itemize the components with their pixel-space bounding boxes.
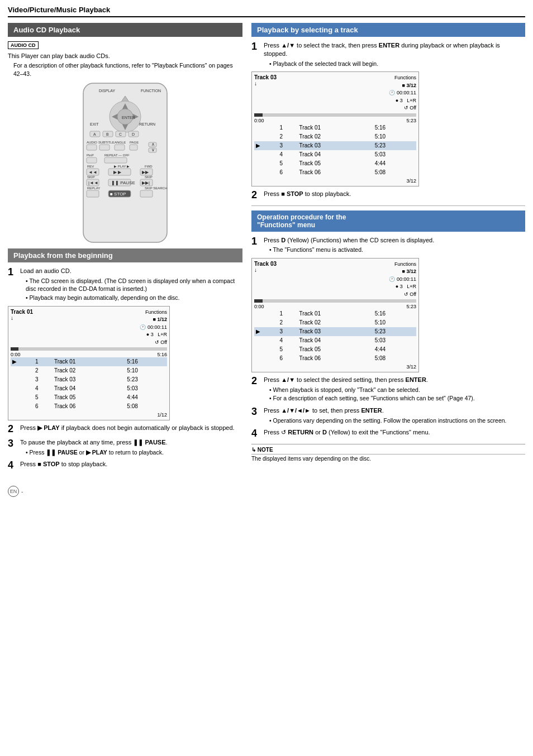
op-step-2-sub-1: For a description of each setting, see "… xyxy=(264,394,525,403)
op-step-2-main: Press ▲/▼ to select the desired setting,… xyxy=(264,376,525,384)
svg-text:REPLAY: REPLAY xyxy=(87,186,100,190)
op-step-3-text: Press ▲/▼/◄/► to set, then press ENTER. … xyxy=(264,406,525,425)
svg-text:▶▶|: ▶▶| xyxy=(142,180,150,185)
table-row: 5 Track 05 4:44 xyxy=(254,159,416,168)
step-1-num: 1 xyxy=(8,267,20,278)
cd-screen-1-page: 1/12 xyxy=(11,412,167,418)
note-label: ↳ NOTE xyxy=(251,447,273,453)
op-step-1-num: 1 xyxy=(251,236,264,247)
svg-text:■ STOP: ■ STOP xyxy=(110,192,126,197)
step-1-row: 1 Load an audio CD. The CD screen is dis… xyxy=(8,267,242,302)
cd-track-list-2: 1 Track 01 5:16 2 Track 02 5:10 ▶ 3 Trac… xyxy=(254,123,416,177)
cd-screen-1-progress-bar xyxy=(11,347,167,351)
cd-screen-2-functions: Functions ■ 3/12 🕐 00:00:11 ● 3 L+R ↺ Of… xyxy=(389,74,416,112)
step-2-row: 2 Press ▶ PLAY if playback does not begi… xyxy=(8,424,242,435)
table-row: 4 Track 04 5:03 xyxy=(254,150,416,159)
svg-text:C: C xyxy=(119,132,122,136)
svg-text:❚❚ PAUSE: ❚❚ PAUSE xyxy=(111,180,135,185)
svg-text:FWD: FWD xyxy=(145,165,153,168)
svg-text:PAGE: PAGE xyxy=(130,141,139,144)
op-procedure-header: Operation procedure for the"Functions" m… xyxy=(251,210,525,232)
table-row: 2 Track 02 5:10 xyxy=(254,318,416,327)
svg-text:PinP: PinP xyxy=(87,154,94,157)
audio-cd-badge: AUDIO CD xyxy=(8,41,39,49)
step-3-main: To pause the playback at any time, press… xyxy=(20,438,242,447)
right-step-2-num: 2 xyxy=(251,190,264,201)
cd-track-list-1: ▶ 1 Track 01 5:16 2 Track 02 5:10 3 xyxy=(11,357,167,411)
cd-screen-2-progress-bar xyxy=(254,113,416,117)
svg-text:ENTER: ENTER xyxy=(122,116,135,119)
cd-track-list-3: 1 Track 01 5:16 2 Track 02 5:10 ▶ 3 Trac… xyxy=(254,309,416,363)
table-row: 2 Track 02 5:10 xyxy=(254,132,416,141)
step-2-num: 2 xyxy=(8,424,20,435)
right-step-1-main: Press ▲/▼ to select the track, then pres… xyxy=(264,41,525,59)
svg-text:SKIP: SKIP xyxy=(87,175,95,179)
step-4-num: 4 xyxy=(8,460,20,471)
op-step-4-num: 4 xyxy=(251,428,264,439)
right-step-1-text: Press ▲/▼ to select the track, then pres… xyxy=(264,41,525,68)
svg-text:∨: ∨ xyxy=(151,147,155,152)
right-step-2-text: Press ■ STOP to stop playback. xyxy=(264,190,525,199)
note-text: The displayed items vary depending on th… xyxy=(251,456,525,462)
step-3-num: 3 xyxy=(8,438,20,449)
right-column: Playback by selecting a track 1 Press ▲/… xyxy=(251,23,525,475)
op-step-4-text: Press ↺ RETURN or D (Yellow) to exit the… xyxy=(264,428,525,438)
svg-text:SKIP SEARCH: SKIP SEARCH xyxy=(145,186,167,190)
step-3-row: 3 To pause the playback at any time, pre… xyxy=(8,438,242,457)
svg-text:AUDIO: AUDIO xyxy=(87,141,97,144)
op-step-1-main: Press D (Yellow) (Functions) when the CD… xyxy=(264,236,525,245)
svg-rect-28 xyxy=(130,145,137,150)
right-step-1-row: 1 Press ▲/▼ to select the track, then pr… xyxy=(251,41,525,68)
op-step-4-main: Press ↺ RETURN or D (Yellow) to exit the… xyxy=(264,428,525,437)
svg-rect-25 xyxy=(87,145,97,150)
step-2-main: Press ▶ PLAY if playback does not begin … xyxy=(20,424,242,432)
right-step-2-row: 2 Press ■ STOP to stop playback. xyxy=(251,190,525,201)
remote-image: DISPLAY FUNCTION ENTER EXIT xyxy=(8,82,242,244)
op-step-2-text: Press ▲/▼ to select the desired setting,… xyxy=(264,376,525,403)
table-row: ▶ 3 Track 03 5:23 xyxy=(254,141,416,150)
svg-text:DISPLAY: DISPLAY xyxy=(99,89,115,93)
svg-text:SKIP: SKIP xyxy=(145,175,153,179)
right-step-2-main: Press ■ STOP to stop playback. xyxy=(264,190,525,198)
svg-rect-36 xyxy=(104,157,127,163)
table-row: 1 Track 01 5:16 xyxy=(254,123,416,132)
op-step-1-text: Press D (Yellow) (Functions) when the CD… xyxy=(264,236,525,255)
note-section: ↳ NOTE The displayed items vary dependin… xyxy=(251,444,525,462)
cd-screen-1-track: Track 01 ↓ xyxy=(11,309,33,321)
op-step-3-row: 3 Press ▲/▼/◄/► to set, then press ENTER… xyxy=(251,406,525,425)
step-4-text: Press ■ STOP to stop playback. xyxy=(20,460,242,470)
right-step-1-sub: Playback of the selected track will begi… xyxy=(264,60,525,68)
table-row: 5 Track 05 4:44 xyxy=(254,345,416,354)
op-step-1-row: 1 Press D (Yellow) (Functions) when the … xyxy=(251,236,525,255)
svg-text:REPEAT — OFF: REPEAT — OFF xyxy=(104,154,130,157)
cd-screen-2: Track 03 ↓ Functions ■ 3/12 🕐 00:00:11 ●… xyxy=(251,71,419,186)
playback-select-track-header: Playback by selecting a track xyxy=(251,23,525,37)
intro-text: This Player can play back audio CDs. xyxy=(8,52,242,59)
svg-text:REV: REV xyxy=(87,165,94,168)
op-step-4-row: 4 Press ↺ RETURN or D (Yellow) to exit t… xyxy=(251,428,525,439)
cd-screen-3-functions: Functions ■ 3/12 🕐 00:00:11 ● 3 L+R ↺ Of… xyxy=(389,261,416,299)
table-row: 4 Track 04 5:03 xyxy=(11,384,167,393)
svg-text:FUNCTION: FUNCTION xyxy=(141,89,161,93)
left-bullet-1: For a description of other playback func… xyxy=(8,61,242,78)
step-4-main: Press ■ STOP to stop playback. xyxy=(20,460,242,468)
table-row: ▶ 1 Track 01 5:16 xyxy=(11,357,167,366)
svg-text:EXIT: EXIT xyxy=(90,122,99,126)
en-badge: EN xyxy=(8,486,19,497)
step-3-sub: Press ❚❚ PAUSE or ▶ PLAY to return to pl… xyxy=(20,448,242,457)
page-container: Video/Picture/Music Playback Audio CD Pl… xyxy=(0,0,533,756)
cd-screen-2-page: 3/12 xyxy=(254,178,416,184)
cd-screen-3-progress-times: 0:00 5:23 xyxy=(254,304,416,309)
svg-text:▶▶: ▶▶ xyxy=(142,170,149,175)
svg-text:RETURN: RETURN xyxy=(139,122,155,126)
table-row: 5 Track 05 4:44 xyxy=(11,393,167,402)
svg-text:SUBTITLE: SUBTITLE xyxy=(98,141,115,144)
step-4-row: 4 Press ■ STOP to stop playback. xyxy=(8,460,242,471)
svg-rect-59 xyxy=(140,190,153,197)
step-1-main: Load an audio CD. xyxy=(20,267,242,275)
op-step-3-main: Press ▲/▼/◄/► to set, then press ENTER. xyxy=(264,406,525,415)
svg-text:|◄◄: |◄◄ xyxy=(88,180,98,185)
svg-text:B: B xyxy=(106,132,109,136)
op-step-2-sub-0: When playback is stopped, only "Track" c… xyxy=(264,386,525,394)
table-row: 6 Track 06 5:08 xyxy=(254,168,416,177)
